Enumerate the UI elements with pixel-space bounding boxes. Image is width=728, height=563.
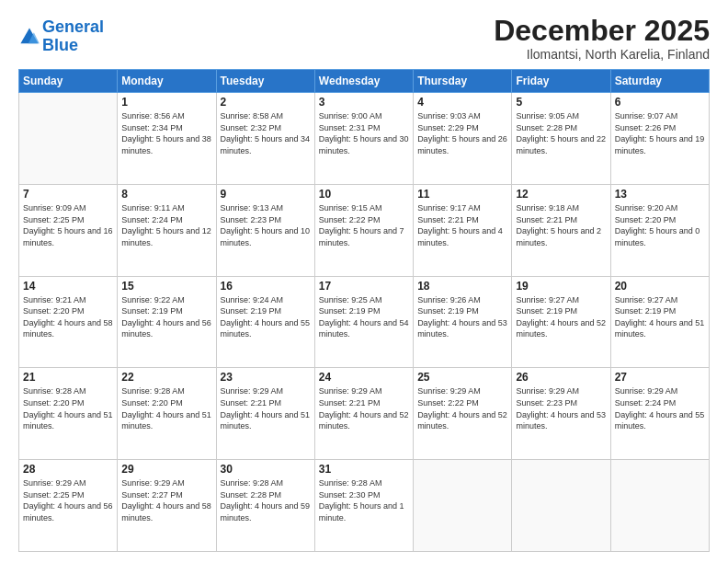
calendar-day-cell: 27Sunrise: 9:29 AMSunset: 2:24 PMDayligh… [610,368,709,460]
day-number: 14 [23,280,113,293]
day-number: 24 [319,371,409,384]
day-info: Sunrise: 9:27 AMSunset: 2:19 PMDaylight:… [516,294,606,340]
day-info: Sunrise: 9:29 AMSunset: 2:22 PMDaylight:… [417,385,507,431]
calendar-day-cell: 31Sunrise: 9:28 AMSunset: 2:30 PMDayligh… [314,460,413,552]
day-number: 25 [417,371,507,384]
day-info: Sunrise: 9:13 AMSunset: 2:23 PMDaylight:… [221,202,311,248]
calendar-day-cell: 19Sunrise: 9:27 AMSunset: 2:19 PMDayligh… [512,276,610,368]
calendar-day-cell: 20Sunrise: 9:27 AMSunset: 2:19 PMDayligh… [610,276,709,368]
day-number: 31 [319,463,409,476]
calendar-day-cell: 16Sunrise: 9:24 AMSunset: 2:19 PMDayligh… [216,276,314,368]
calendar-day-cell: 25Sunrise: 9:29 AMSunset: 2:22 PMDayligh… [414,368,512,460]
day-info: Sunrise: 9:29 AMSunset: 2:23 PMDaylight:… [516,385,606,431]
calendar-day-cell: 15Sunrise: 9:22 AMSunset: 2:19 PMDayligh… [118,276,216,368]
day-info: Sunrise: 9:28 AMSunset: 2:20 PMDaylight:… [121,385,211,431]
day-info: Sunrise: 9:03 AMSunset: 2:29 PMDaylight:… [417,110,507,156]
calendar-day-cell: 23Sunrise: 9:29 AMSunset: 2:21 PMDayligh… [216,368,314,460]
calendar-day-cell: 14Sunrise: 9:21 AMSunset: 2:20 PMDayligh… [19,276,118,368]
calendar-day-cell: 7Sunrise: 9:09 AMSunset: 2:25 PMDaylight… [19,184,118,276]
day-info: Sunrise: 9:28 AMSunset: 2:28 PMDaylight:… [221,477,311,523]
day-number: 12 [516,188,606,201]
day-number: 27 [615,371,705,384]
day-number: 20 [615,280,705,293]
header-row: SundayMondayTuesdayWednesdayThursdayFrid… [19,70,710,93]
day-info: Sunrise: 9:22 AMSunset: 2:19 PMDaylight:… [121,294,211,340]
day-number: 10 [319,188,409,201]
logo-line2: Blue [42,36,78,54]
header-day: Tuesday [216,70,314,93]
header-day: Wednesday [314,70,413,93]
day-info: Sunrise: 9:24 AMSunset: 2:19 PMDaylight:… [221,294,311,340]
day-number: 28 [23,463,113,476]
day-number: 15 [121,280,211,293]
day-number: 21 [23,371,113,384]
title-block: December 2025 Ilomantsi, North Karelia, … [494,15,710,62]
calendar-day-cell: 3Sunrise: 9:00 AMSunset: 2:31 PMDaylight… [314,93,413,185]
day-info: Sunrise: 9:20 AMSunset: 2:20 PMDaylight:… [615,202,705,248]
calendar-day-cell: 21Sunrise: 9:28 AMSunset: 2:20 PMDayligh… [19,368,118,460]
calendar-day-cell: 28Sunrise: 9:29 AMSunset: 2:25 PMDayligh… [19,460,118,552]
calendar-day-cell: 1Sunrise: 8:56 AMSunset: 2:34 PMDaylight… [118,93,216,185]
calendar-header: SundayMondayTuesdayWednesdayThursdayFrid… [19,70,710,93]
calendar-week-row: 14Sunrise: 9:21 AMSunset: 2:20 PMDayligh… [19,276,710,368]
day-number: 16 [221,280,311,293]
calendar-day-cell [19,93,118,185]
day-number: 23 [221,371,311,384]
day-number: 7 [23,188,113,201]
day-info: Sunrise: 9:07 AMSunset: 2:26 PMDaylight:… [615,110,705,156]
calendar-day-cell: 12Sunrise: 9:18 AMSunset: 2:21 PMDayligh… [512,184,610,276]
day-info: Sunrise: 9:26 AMSunset: 2:19 PMDaylight:… [417,294,507,340]
calendar-day-cell: 17Sunrise: 9:25 AMSunset: 2:19 PMDayligh… [314,276,413,368]
calendar-week-row: 7Sunrise: 9:09 AMSunset: 2:25 PMDaylight… [19,184,710,276]
day-info: Sunrise: 9:29 AMSunset: 2:27 PMDaylight:… [121,477,211,523]
day-number: 8 [121,188,211,201]
calendar-body: 1Sunrise: 8:56 AMSunset: 2:34 PMDaylight… [19,93,710,552]
day-info: Sunrise: 9:25 AMSunset: 2:19 PMDaylight:… [319,294,409,340]
day-number: 30 [221,463,311,476]
calendar-day-cell: 30Sunrise: 9:28 AMSunset: 2:28 PMDayligh… [216,460,314,552]
calendar-day-cell: 29Sunrise: 9:29 AMSunset: 2:27 PMDayligh… [118,460,216,552]
logo: General Blue [18,18,104,55]
day-number: 4 [417,96,507,109]
calendar-day-cell: 13Sunrise: 9:20 AMSunset: 2:20 PMDayligh… [610,184,709,276]
calendar-day-cell: 10Sunrise: 9:15 AMSunset: 2:22 PMDayligh… [314,184,413,276]
day-info: Sunrise: 9:28 AMSunset: 2:20 PMDaylight:… [23,385,113,431]
logo-line1: General [42,17,104,36]
day-info: Sunrise: 8:58 AMSunset: 2:32 PMDaylight:… [221,110,311,156]
calendar-week-row: 28Sunrise: 9:29 AMSunset: 2:25 PMDayligh… [19,460,710,552]
logo-icon [18,26,40,48]
day-number: 17 [319,280,409,293]
day-number: 29 [121,463,211,476]
day-number: 22 [121,371,211,384]
day-info: Sunrise: 9:00 AMSunset: 2:31 PMDaylight:… [319,110,409,156]
day-number: 1 [121,96,211,109]
day-info: Sunrise: 9:21 AMSunset: 2:20 PMDaylight:… [23,294,113,340]
calendar-week-row: 1Sunrise: 8:56 AMSunset: 2:34 PMDaylight… [19,93,710,185]
calendar-day-cell: 5Sunrise: 9:05 AMSunset: 2:28 PMDaylight… [512,93,610,185]
day-number: 18 [417,280,507,293]
day-number: 13 [615,188,705,201]
header: General Blue December 2025 Ilomantsi, No… [18,15,710,62]
page-title: December 2025 [494,15,710,47]
calendar-day-cell: 4Sunrise: 9:03 AMSunset: 2:29 PMDaylight… [414,93,512,185]
page-subtitle: Ilomantsi, North Karelia, Finland [494,47,710,62]
day-info: Sunrise: 8:56 AMSunset: 2:34 PMDaylight:… [121,110,211,156]
day-info: Sunrise: 9:17 AMSunset: 2:21 PMDaylight:… [417,202,507,248]
calendar-day-cell [512,460,610,552]
day-number: 5 [516,96,606,109]
day-number: 6 [615,96,705,109]
calendar-day-cell: 24Sunrise: 9:29 AMSunset: 2:21 PMDayligh… [314,368,413,460]
header-day: Sunday [19,70,118,93]
day-info: Sunrise: 9:29 AMSunset: 2:24 PMDaylight:… [615,385,705,431]
header-day: Thursday [414,70,512,93]
day-number: 19 [516,280,606,293]
day-info: Sunrise: 9:05 AMSunset: 2:28 PMDaylight:… [516,110,606,156]
calendar-day-cell: 9Sunrise: 9:13 AMSunset: 2:23 PMDaylight… [216,184,314,276]
day-number: 9 [221,188,311,201]
day-number: 2 [221,96,311,109]
header-day: Monday [118,70,216,93]
day-info: Sunrise: 9:11 AMSunset: 2:24 PMDaylight:… [121,202,211,248]
calendar-day-cell [610,460,709,552]
calendar-day-cell: 8Sunrise: 9:11 AMSunset: 2:24 PMDaylight… [118,184,216,276]
calendar-week-row: 21Sunrise: 9:28 AMSunset: 2:20 PMDayligh… [19,368,710,460]
